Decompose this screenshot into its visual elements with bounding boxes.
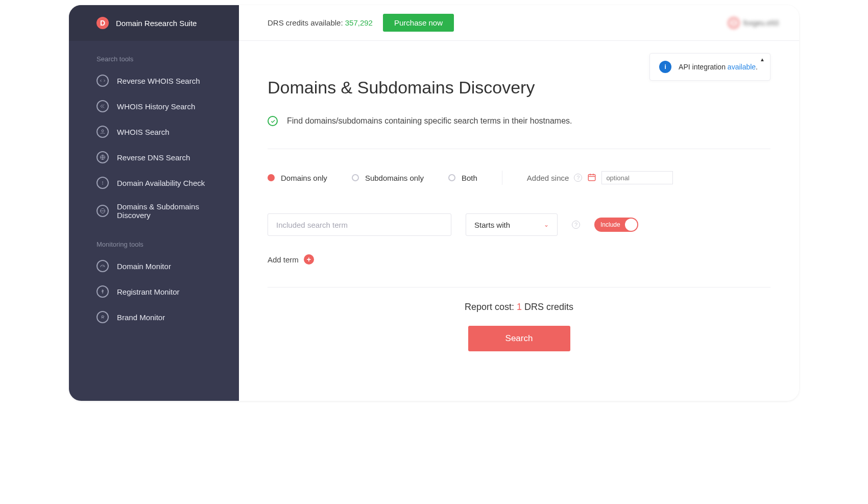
sidebar-item-domains-subdomains[interactable]: Domains & Subdomains Discovery	[69, 196, 239, 226]
search-button[interactable]: Search	[468, 326, 570, 351]
search-term-row: Starts with ⌄ ? Include	[268, 185, 770, 236]
main-area: DRS credits available: 357,292 Purchase …	[239, 5, 799, 401]
radio-label: Domains only	[281, 174, 327, 182]
match-mode-select[interactable]: Starts with ⌄	[466, 213, 558, 236]
content: ▲ i API integration available. Domains &…	[239, 41, 799, 401]
radio-dot-icon	[268, 174, 275, 181]
alert-icon	[97, 177, 109, 189]
topbar: DRS credits available: 357,292 Purchase …	[239, 5, 799, 41]
registered-icon	[97, 311, 109, 323]
sidebar-item-domain-availability[interactable]: Domain Availability Check	[69, 170, 239, 196]
sidebar-item-brand-monitor[interactable]: Brand Monitor	[69, 304, 239, 330]
cost-prefix: Report cost:	[465, 302, 517, 312]
sidebar-item-label: Domain Monitor	[117, 262, 171, 271]
svg-point-0	[102, 130, 104, 132]
cost-value: 1	[517, 302, 522, 312]
vertical-divider	[502, 171, 502, 185]
svg-point-4	[733, 21, 735, 23]
sidebar-item-domain-monitor[interactable]: Domain Monitor	[69, 253, 239, 279]
gauge-icon	[97, 260, 109, 272]
sidebar: D Domain Research Suite Search tools Rev…	[69, 5, 239, 401]
svg-rect-5	[589, 174, 596, 180]
api-banner-text: API integration available.	[679, 63, 758, 71]
sidebar-section-monitoring-tools: Monitoring tools	[69, 226, 239, 253]
dollar-icon	[97, 285, 109, 298]
sidebar-item-label: Domains & Subdomains Discovery	[117, 202, 227, 220]
api-available-link[interactable]: available	[728, 63, 756, 71]
page-subtitle: Find domains/subdomains containing speci…	[287, 116, 572, 126]
sidebar-item-label: Registrant Monitor	[117, 287, 180, 296]
rewind-icon	[97, 100, 109, 112]
app-frame: D Domain Research Suite Search tools Rev…	[69, 5, 799, 401]
filter-options-row: Domains only Subdomains only Both Added …	[268, 149, 770, 185]
credits-label: DRS credits available: 357,292	[268, 18, 373, 27]
sidebar-item-whois-history[interactable]: WHOIS History Search	[69, 93, 239, 119]
api-icon: i	[659, 61, 671, 73]
api-integration-banner[interactable]: ▲ i API integration available.	[649, 53, 770, 81]
radio-domains-only[interactable]: Domains only	[268, 174, 327, 182]
match-mode-value: Starts with	[474, 221, 510, 229]
sidebar-item-label: WHOIS History Search	[117, 102, 195, 111]
purchase-now-button[interactable]: Purchase now	[383, 14, 454, 32]
sidebar-item-label: Brand Monitor	[117, 313, 165, 322]
swap-icon	[97, 75, 109, 87]
radio-dot-icon	[352, 174, 359, 181]
credits-prefix: DRS credits available:	[268, 18, 345, 27]
sidebar-item-registrant-monitor[interactable]: Registrant Monitor	[69, 279, 239, 304]
help-icon[interactable]: ?	[572, 221, 580, 229]
globe-icon	[97, 151, 109, 163]
search-term-input[interactable]	[268, 213, 451, 236]
user-name: foxgeu.e93	[743, 19, 779, 27]
user-menu[interactable]: foxgeu.e93	[728, 17, 779, 29]
chevron-down-icon: ⌄	[544, 221, 549, 228]
report-cost-row: Report cost: 1 DRS credits	[268, 287, 770, 313]
person-icon	[97, 126, 109, 138]
svg-point-2	[103, 184, 103, 184]
radio-both[interactable]: Both	[448, 174, 477, 182]
brand-area[interactable]: D Domain Research Suite	[69, 5, 239, 41]
sidebar-item-label: Reverse DNS Search	[117, 153, 190, 162]
add-term-button[interactable]: Add term +	[268, 236, 770, 265]
brand-logo-icon: D	[97, 17, 109, 29]
add-term-label: Add term	[268, 255, 299, 264]
sidebar-item-label: WHOIS Search	[117, 128, 170, 136]
added-since-input[interactable]	[601, 171, 673, 184]
toggle-knob	[625, 219, 637, 231]
scope-radio-group: Domains only Subdomains only Both	[268, 174, 477, 182]
check-icon	[268, 116, 278, 126]
brand-title: Domain Research Suite	[116, 19, 197, 28]
radio-dot-icon	[448, 174, 455, 181]
plus-icon: +	[304, 254, 314, 265]
credits-value: 357,292	[345, 18, 373, 27]
radio-label: Both	[462, 174, 477, 182]
caret-up-icon: ▲	[760, 57, 765, 62]
include-toggle-label: Include	[600, 221, 620, 228]
added-since-group: Added since ?	[527, 171, 673, 184]
page-subtitle-row: Find domains/subdomains containing speci…	[268, 98, 770, 126]
include-toggle[interactable]: Include	[594, 218, 638, 232]
calendar-icon[interactable]	[587, 173, 596, 183]
sidebar-item-whois-search[interactable]: WHOIS Search	[69, 119, 239, 145]
help-icon[interactable]: ?	[574, 174, 582, 182]
sidebar-item-reverse-dns[interactable]: Reverse DNS Search	[69, 145, 239, 170]
world-icon	[97, 205, 109, 217]
sidebar-item-label: Domain Availability Check	[117, 179, 205, 187]
api-banner-prefix: API integration	[679, 63, 728, 71]
sidebar-section-search-tools: Search tools	[69, 41, 239, 68]
radio-subdomains-only[interactable]: Subdomains only	[352, 174, 424, 182]
radio-label: Subdomains only	[365, 174, 424, 182]
sidebar-item-reverse-whois[interactable]: Reverse WHOIS Search	[69, 68, 239, 93]
cost-suffix: DRS credits	[522, 302, 573, 312]
added-since-label: Added since	[527, 174, 569, 182]
user-icon	[728, 17, 739, 29]
sidebar-item-label: Reverse WHOIS Search	[117, 77, 200, 85]
